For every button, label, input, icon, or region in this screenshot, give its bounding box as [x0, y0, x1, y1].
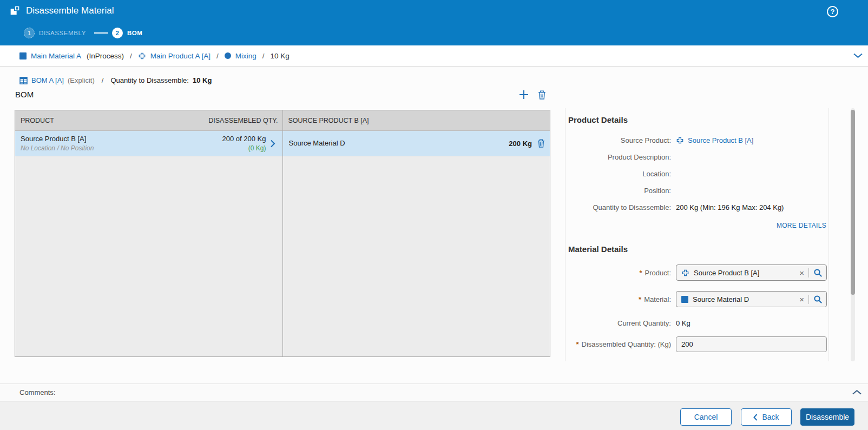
step-1-circle: 1	[24, 28, 35, 38]
search-icon[interactable]	[813, 268, 823, 277]
material-label: Material:	[644, 295, 671, 303]
breadcrumb-operation[interactable]: Mixing	[225, 52, 257, 60]
breadcrumb-quantity: 10 Kg	[270, 52, 289, 60]
product-lookup-value: Source Product B [A]	[694, 269, 795, 277]
current-quantity-value: 0 Kg	[676, 319, 691, 328]
col-disassembled-qty: DISASSEMBLED QTY.	[208, 117, 278, 124]
material-lookup-value: Source Material D	[693, 295, 795, 303]
qty-to-disassemble-field: Quantity to Disassemble: 200 Kg (Min: 19…	[568, 202, 827, 213]
delete-row-icon[interactable]	[538, 90, 546, 100]
material-square-icon	[19, 52, 27, 59]
product-plus-icon	[138, 52, 146, 60]
location-field: Location:	[568, 168, 827, 180]
comments-bar[interactable]: Comments:	[0, 383, 868, 401]
row-material-name: Source Material D	[289, 138, 504, 148]
quantity-to-disassemble-value: 10 Kg	[193, 76, 212, 84]
row-material-qty: 200 Kg	[509, 140, 532, 148]
breadcrumb-main-product[interactable]: Main Product A [A]	[138, 52, 211, 60]
chevron-down-icon[interactable]	[853, 53, 863, 58]
step-1-label: DISASSEMBLY	[39, 30, 86, 36]
breadcrumb-separator: /	[216, 52, 219, 60]
position-field: Position:	[568, 185, 827, 196]
add-row-icon[interactable]	[518, 89, 529, 100]
source-product-label: Source Product:	[568, 136, 671, 144]
bom-table-actions	[518, 89, 546, 100]
material-lookup-field: *Material: Source Material D ×	[568, 291, 827, 307]
product-table-header: PRODUCT DISASSEMBLED QTY.	[15, 110, 282, 131]
disassembled-quantity-field: *Disassembled Quantity: (Kg)	[568, 336, 827, 352]
product-row[interactable]: Source Product B [A] No Location / No Po…	[15, 131, 282, 156]
more-details-link[interactable]: MORE DETAILS	[777, 222, 826, 229]
col-product: PRODUCT	[21, 117, 54, 124]
product-lookup-input[interactable]: Source Product B [A] ×	[676, 264, 827, 281]
disassemble-app-icon	[9, 5, 21, 17]
mixing-link[interactable]: Mixing	[235, 52, 257, 60]
footer-bar: Cancel Back Disassemble	[0, 401, 868, 430]
row-qty: 200 of 200 Kg	[222, 134, 266, 144]
product-plus-icon	[681, 269, 689, 277]
scrollbar-thumb[interactable]	[851, 110, 855, 295]
chevron-right-icon[interactable]	[266, 140, 280, 148]
current-quantity-field: Current Quantity: 0 Kg	[568, 317, 827, 329]
cancel-label: Cancel	[694, 413, 718, 421]
material-details-title: Material Details	[568, 244, 827, 254]
position-label: Position:	[568, 187, 671, 195]
source-product-table: SOURCE PRODUCT B [A] Source Material D 2…	[283, 110, 550, 356]
input-divider	[808, 295, 809, 304]
details-panel: Product Details Source Product: Source P…	[565, 108, 829, 361]
row-delete-icon[interactable]	[537, 139, 545, 148]
cancel-button[interactable]: Cancel	[680, 408, 732, 426]
step-2-circle: 2	[112, 28, 123, 38]
input-divider	[808, 268, 809, 277]
search-icon[interactable]	[813, 295, 823, 304]
back-button[interactable]: Back	[741, 408, 792, 426]
breadcrumb-separator: /	[130, 52, 132, 60]
current-quantity-label: Current Quantity:	[568, 319, 671, 327]
back-label: Back	[762, 413, 779, 421]
product-table: PRODUCT DISASSEMBLED QTY. Source Product…	[15, 110, 283, 356]
breadcrumb-separator: /	[262, 52, 265, 60]
source-product-link[interactable]: Source Product B [A]	[688, 136, 753, 144]
clear-icon[interactable]: ×	[799, 269, 804, 277]
breadcrumb-main-material[interactable]: Main Material A (InProcess)	[19, 52, 124, 60]
comments-label: Comments:	[19, 388, 55, 396]
disassemble-button[interactable]: Disassemble	[800, 408, 854, 426]
row-location: No Location / No Position	[21, 144, 222, 153]
source-product-field: Source Product: Source Product B [A]	[568, 135, 827, 146]
location-label: Location:	[568, 170, 671, 178]
wizard-step-bom[interactable]: 2 BOM	[112, 28, 143, 38]
disassemble-label: Disassemble	[806, 413, 849, 421]
disassembled-quantity-input[interactable]	[676, 336, 827, 352]
wizard-step-disassembly[interactable]: 1 DISASSEMBLY	[24, 28, 86, 38]
required-marker: *	[640, 269, 642, 277]
product-label: Product:	[645, 269, 671, 277]
main-product-link[interactable]: Main Product A [A]	[150, 52, 211, 60]
bom-tables: PRODUCT DISASSEMBLED QTY. Source Product…	[15, 110, 550, 357]
material-lookup-input[interactable]: Source Material D ×	[676, 291, 827, 307]
main-material-link[interactable]: Main Material A	[31, 52, 81, 60]
material-square-icon	[681, 296, 688, 303]
quantity-to-disassemble-label: Quantity to Disassemble:	[110, 76, 189, 84]
help-icon[interactable]: ?	[827, 6, 838, 17]
qty-to-disassemble-value: 200 Kg (Min: 196 Kg Max: 204 Kg)	[676, 203, 784, 212]
clear-icon[interactable]: ×	[799, 295, 804, 303]
page-title: Disassemble Material	[26, 5, 114, 16]
col-source-product: SOURCE PRODUCT B [A]	[288, 117, 369, 124]
wizard-steps: 1 DISASSEMBLY 2 BOM	[24, 28, 143, 38]
product-description-field: Product Description:	[568, 151, 827, 163]
step-connector-line	[94, 32, 108, 34]
bom-mode: (Explicit)	[68, 76, 95, 84]
required-marker: *	[576, 340, 578, 348]
operation-circle-icon	[225, 52, 231, 59]
product-description-label: Product Description:	[568, 153, 671, 161]
title-bar: Disassemble Material ? 1 DISASSEMBLY 2 B…	[0, 0, 868, 45]
row-product-name: Source Product B [A]	[21, 134, 222, 144]
material-status: (InProcess)	[87, 52, 124, 60]
source-product-table-header: SOURCE PRODUCT B [A]	[283, 110, 550, 131]
bom-path-bar: BOM A [A] (Explicit) / Quantity to Disas…	[19, 76, 212, 84]
product-details-title: Product Details	[568, 115, 827, 124]
chevron-up-icon[interactable]	[852, 389, 862, 395]
bom-link[interactable]: BOM A [A]	[31, 76, 64, 84]
step-2-label: BOM	[127, 30, 143, 36]
material-row[interactable]: Source Material D 200 Kg	[283, 131, 550, 156]
